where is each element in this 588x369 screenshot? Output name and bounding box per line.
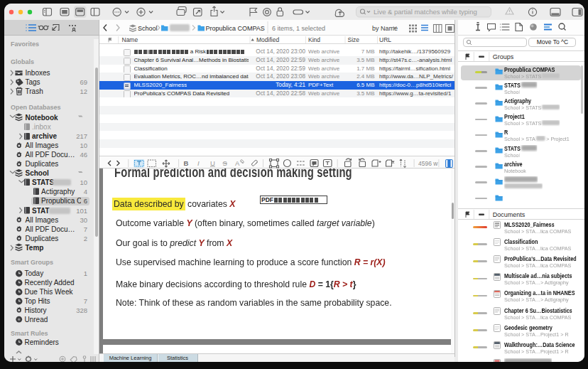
svg-text:B: B	[184, 159, 189, 166]
svg-text:I: I	[197, 159, 200, 166]
svg-text:Live & partial matches while t: Live & partial matches while typing	[374, 8, 477, 16]
svg-text:Groups: Groups	[493, 53, 514, 60]
svg-text:School: School	[138, 25, 158, 32]
svg-text:Documents: Documents	[493, 211, 526, 218]
svg-text:U: U	[210, 159, 215, 166]
svg-text:6 items, 1 selected: 6 items, 1 selected	[272, 25, 325, 32]
svg-text:4596 w: 4596 w	[418, 159, 438, 166]
svg-text:by Name: by Name	[372, 25, 398, 32]
svg-text:Propublica COMPAS: Propublica COMPAS	[206, 25, 265, 32]
svg-text:S: S	[223, 159, 227, 166]
svg-text:A: A	[235, 159, 240, 166]
